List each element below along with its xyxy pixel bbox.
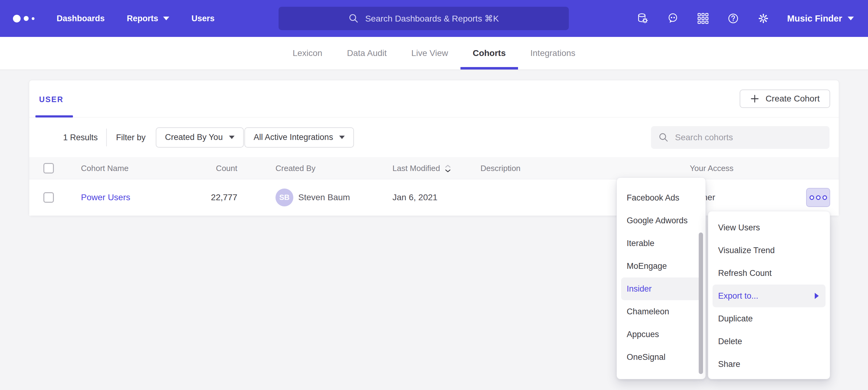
menu-item-refresh-count[interactable]: Refresh Count [708, 262, 830, 285]
search-icon [348, 13, 359, 24]
row-checkbox[interactable] [43, 192, 54, 203]
created-by-name: Steven Baum [298, 193, 350, 202]
divider [106, 129, 107, 147]
submenu-item-appcues[interactable]: Appcues [617, 323, 706, 346]
nav-dashboards[interactable]: Dashboards [57, 14, 105, 23]
submenu-item-google-adwords[interactable]: Google Adwords [617, 209, 706, 232]
filter-toolbar: 1 Results Filter by Created By You All A… [29, 118, 839, 157]
logo-dot [24, 16, 29, 21]
avatar: SB [276, 189, 293, 206]
global-search-placeholder: Search Dashboards & Reports ⌘K [365, 13, 499, 24]
submenu-scrollbar[interactable] [699, 232, 703, 374]
nav-reports[interactable]: Reports [127, 14, 169, 23]
menu-item-view-users[interactable]: View Users [708, 216, 830, 239]
table-header-row: Cohort Name Count Created By Last Modifi… [29, 157, 839, 179]
workspace-name: Music Finder [787, 13, 842, 24]
submenu-arrow-icon [815, 293, 819, 299]
active-tab-underline [35, 115, 73, 118]
ellipsis-icon [823, 195, 827, 200]
cohort-count: 22,777 [162, 193, 237, 202]
nav-users[interactable]: Users [191, 14, 215, 23]
table-row: Power Users 22,777 SB Steven Baum Jan 6,… [29, 179, 839, 216]
top-nav: Dashboards Reports Users Search Dashboar… [0, 0, 868, 37]
logo-dot [13, 15, 21, 23]
cohort-search-field [651, 126, 830, 149]
tab-data-audit[interactable]: Data Audit [335, 37, 399, 69]
created-by-filter-value: Created By You [165, 133, 223, 142]
row-context-menu: View Users Visualize Trend Refresh Count… [708, 211, 830, 379]
select-all-checkbox[interactable] [43, 163, 54, 173]
settings-gear-icon[interactable] [757, 12, 770, 25]
submenu-item-facebook-ads[interactable]: Facebook Ads [617, 186, 706, 209]
menu-item-share[interactable]: Share [708, 353, 830, 376]
submenu-item-insider[interactable]: Insider [621, 278, 701, 300]
global-search-button[interactable]: Search Dashboards & Reports ⌘K [279, 7, 569, 30]
cohort-name-link[interactable]: Power Users [81, 193, 130, 202]
ellipsis-icon [816, 195, 820, 200]
column-last-modified[interactable]: Last Modified [393, 163, 451, 173]
tab-live-view[interactable]: Live View [399, 37, 460, 69]
create-cohort-button[interactable]: Create Cohort [740, 90, 830, 108]
menu-item-export-to[interactable]: Export to... [713, 285, 826, 307]
tab-cohorts[interactable]: Cohorts [461, 37, 518, 69]
results-count: 1 Results [63, 133, 98, 142]
chevron-down-icon [848, 17, 854, 20]
submenu-item-braze[interactable]: Braze [617, 178, 706, 186]
mixpanel-logo-icon[interactable] [13, 15, 34, 23]
created-by-filter-dropdown[interactable]: Created By You [156, 127, 244, 148]
column-created-by: Created By [276, 163, 315, 173]
row-actions-button[interactable] [806, 188, 830, 207]
cohort-type-header: USER Create Cohort [29, 80, 839, 118]
submenu-item-iterable[interactable]: Iterable [617, 232, 706, 255]
plus-icon [750, 94, 760, 103]
app-screen: Dashboards Reports Users Search Dashboar… [0, 0, 868, 390]
tab-integrations[interactable]: Integrations [518, 37, 588, 69]
submenu-item-chameleon[interactable]: Chameleon [617, 300, 706, 323]
export-to-label: Export to... [718, 291, 758, 301]
integrations-filter-value: All Active Integrations [254, 133, 333, 142]
sort-icon[interactable] [444, 165, 451, 173]
app-grid-icon[interactable] [696, 12, 710, 25]
submenu-item-onesignal[interactable]: OneSignal [617, 346, 706, 368]
column-description: Description [480, 163, 521, 173]
last-modified-label: Last Modified [393, 163, 440, 172]
cohort-search-input[interactable] [675, 133, 816, 142]
menu-item-duplicate[interactable]: Duplicate [708, 307, 830, 330]
chevron-down-icon [339, 136, 345, 139]
column-cohort-name: Cohort Name [81, 163, 129, 173]
menu-item-visualize-trend[interactable]: Visualize Trend [708, 239, 830, 262]
feedback-icon[interactable] [666, 12, 679, 25]
tab-user-cohorts[interactable]: USER [39, 95, 63, 104]
ellipsis-icon [809, 195, 814, 200]
cohorts-card: USER Create Cohort 1 Results Filter by C… [29, 80, 839, 216]
integrations-filter-dropdown[interactable]: All Active Integrations [244, 127, 354, 148]
chevron-down-icon [163, 17, 169, 20]
nav-right-icons: Music Finder [636, 0, 854, 37]
menu-item-delete[interactable]: Delete [708, 330, 830, 353]
create-cohort-label: Create Cohort [766, 94, 820, 104]
workspace-switcher[interactable]: Music Finder [787, 13, 854, 24]
help-icon[interactable] [727, 12, 740, 25]
export-destination-submenu: Braze Facebook Ads Google Adwords Iterab… [617, 177, 706, 379]
filter-by-label: Filter by [116, 133, 146, 142]
nav-reports-label: Reports [127, 14, 158, 23]
data-management-icon[interactable] [636, 12, 649, 25]
created-by-cell: SB Steven Baum [276, 189, 350, 206]
column-count: Count [162, 163, 237, 173]
submenu-item-moengage[interactable]: MoEngage [617, 255, 706, 278]
section-tabs: Lexicon Data Audit Live View Cohorts Int… [0, 37, 868, 70]
logo-dot [32, 17, 34, 20]
tab-lexicon[interactable]: Lexicon [280, 37, 335, 69]
search-icon [658, 132, 669, 143]
last-modified-value: Jan 6, 2021 [393, 193, 437, 202]
chevron-down-icon [229, 136, 235, 139]
column-your-access: Your Access [690, 163, 734, 173]
